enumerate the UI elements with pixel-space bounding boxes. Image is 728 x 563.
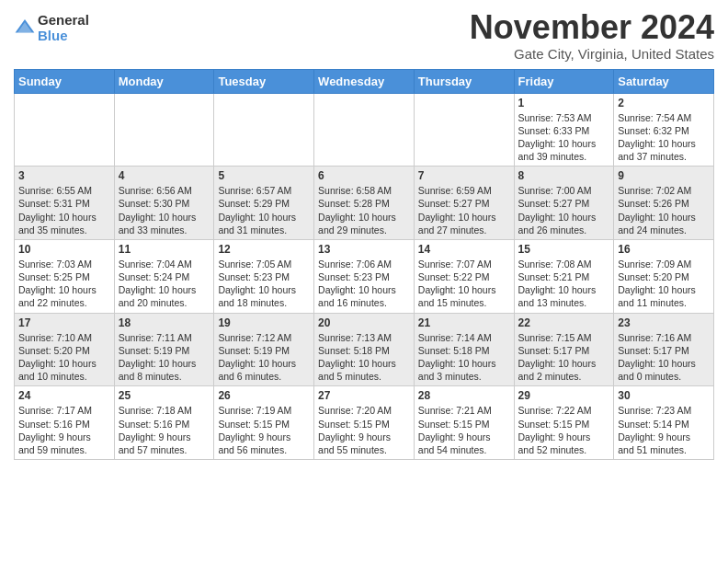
day-cell: 19Sunrise: 7:12 AM Sunset: 5:19 PM Dayli…	[214, 313, 314, 386]
day-cell: 11Sunrise: 7:04 AM Sunset: 5:24 PM Dayli…	[114, 239, 214, 313]
day-info: Sunrise: 7:12 AM Sunset: 5:19 PM Dayligh…	[218, 331, 310, 384]
day-number: 7	[418, 169, 510, 182]
day-cell: 5Sunrise: 6:57 AM Sunset: 5:29 PM Daylig…	[214, 167, 314, 240]
day-number: 22	[518, 316, 610, 329]
day-info: Sunrise: 6:56 AM Sunset: 5:30 PM Dayligh…	[119, 184, 210, 236]
location: Gate City, Virginia, United States	[470, 46, 714, 62]
week-row-2: 3Sunrise: 6:55 AM Sunset: 5:31 PM Daylig…	[15, 167, 714, 240]
week-row-4: 17Sunrise: 7:10 AM Sunset: 5:20 PM Dayli…	[15, 313, 714, 386]
day-info: Sunrise: 7:19 AM Sunset: 5:15 PM Dayligh…	[218, 404, 310, 456]
weekday-header-thursday: Thursday	[414, 69, 514, 93]
day-info: Sunrise: 7:10 AM Sunset: 5:20 PM Dayligh…	[18, 331, 110, 384]
day-cell	[314, 93, 415, 167]
day-info: Sunrise: 7:54 AM Sunset: 6:32 PM Dayligh…	[618, 111, 710, 164]
day-number: 23	[618, 316, 710, 329]
day-cell: 18Sunrise: 7:11 AM Sunset: 5:19 PM Dayli…	[114, 313, 214, 386]
day-number: 8	[518, 169, 610, 182]
day-number: 29	[518, 389, 610, 402]
week-row-3: 10Sunrise: 7:03 AM Sunset: 5:25 PM Dayli…	[15, 239, 714, 313]
day-info: Sunrise: 6:55 AM Sunset: 5:31 PM Dayligh…	[18, 184, 110, 236]
day-info: Sunrise: 7:03 AM Sunset: 5:25 PM Dayligh…	[18, 258, 110, 310]
day-info: Sunrise: 7:05 AM Sunset: 5:23 PM Dayligh…	[218, 258, 310, 310]
day-info: Sunrise: 7:04 AM Sunset: 5:24 PM Dayligh…	[119, 258, 210, 310]
day-cell: 24Sunrise: 7:17 AM Sunset: 5:16 PM Dayli…	[15, 386, 115, 460]
day-cell	[214, 93, 314, 167]
day-cell: 27Sunrise: 7:20 AM Sunset: 5:15 PM Dayli…	[314, 386, 415, 460]
title-area: November 2024 Gate City, Virginia, Unite…	[470, 9, 714, 62]
day-info: Sunrise: 7:53 AM Sunset: 6:33 PM Dayligh…	[518, 111, 610, 164]
day-cell: 4Sunrise: 6:56 AM Sunset: 5:30 PM Daylig…	[114, 167, 214, 240]
weekday-header-friday: Friday	[514, 69, 614, 93]
weekday-header-row: SundayMondayTuesdayWednesdayThursdayFrid…	[15, 69, 714, 93]
day-info: Sunrise: 7:00 AM Sunset: 5:27 PM Dayligh…	[518, 184, 610, 236]
day-info: Sunrise: 7:18 AM Sunset: 5:16 PM Dayligh…	[119, 404, 210, 456]
day-cell: 15Sunrise: 7:08 AM Sunset: 5:21 PM Dayli…	[514, 239, 614, 313]
day-number: 15	[518, 243, 610, 256]
day-info: Sunrise: 7:09 AM Sunset: 5:20 PM Dayligh…	[618, 258, 710, 310]
day-number: 24	[18, 389, 110, 402]
weekday-header-saturday: Saturday	[614, 69, 714, 93]
day-number: 12	[218, 243, 310, 256]
header: General Blue November 2024 Gate City, Vi…	[14, 9, 714, 62]
day-number: 4	[119, 169, 210, 182]
day-number: 21	[418, 316, 510, 329]
week-row-5: 24Sunrise: 7:17 AM Sunset: 5:16 PM Dayli…	[15, 386, 714, 460]
day-info: Sunrise: 6:59 AM Sunset: 5:27 PM Dayligh…	[418, 184, 510, 236]
day-cell: 30Sunrise: 7:23 AM Sunset: 5:14 PM Dayli…	[614, 386, 714, 460]
day-cell: 20Sunrise: 7:13 AM Sunset: 5:18 PM Dayli…	[314, 313, 415, 386]
day-number: 9	[618, 169, 710, 182]
day-cell: 29Sunrise: 7:22 AM Sunset: 5:15 PM Dayli…	[514, 386, 614, 460]
day-number: 25	[119, 389, 210, 402]
day-info: Sunrise: 6:57 AM Sunset: 5:29 PM Dayligh…	[218, 184, 310, 236]
logo-text-line1: General	[38, 13, 89, 29]
weekday-header-wednesday: Wednesday	[314, 69, 415, 93]
day-info: Sunrise: 7:13 AM Sunset: 5:18 PM Dayligh…	[318, 331, 410, 384]
page-container: General Blue November 2024 Gate City, Vi…	[0, 0, 728, 465]
day-cell: 17Sunrise: 7:10 AM Sunset: 5:20 PM Dayli…	[15, 313, 115, 386]
day-number: 30	[618, 389, 710, 402]
day-cell: 23Sunrise: 7:16 AM Sunset: 5:17 PM Dayli…	[614, 313, 714, 386]
day-info: Sunrise: 7:23 AM Sunset: 5:14 PM Dayligh…	[618, 404, 710, 456]
day-number: 17	[18, 316, 110, 329]
month-title: November 2024	[470, 9, 714, 46]
day-info: Sunrise: 7:20 AM Sunset: 5:15 PM Dayligh…	[318, 404, 410, 456]
day-info: Sunrise: 7:17 AM Sunset: 5:16 PM Dayligh…	[18, 404, 110, 456]
day-number: 18	[119, 316, 210, 329]
day-cell: 13Sunrise: 7:06 AM Sunset: 5:23 PM Dayli…	[314, 239, 415, 313]
day-cell: 1Sunrise: 7:53 AM Sunset: 6:33 PM Daylig…	[514, 93, 614, 167]
weekday-header-tuesday: Tuesday	[214, 69, 314, 93]
day-number: 14	[418, 243, 510, 256]
day-cell: 16Sunrise: 7:09 AM Sunset: 5:20 PM Dayli…	[614, 239, 714, 313]
day-cell: 25Sunrise: 7:18 AM Sunset: 5:16 PM Dayli…	[114, 386, 214, 460]
day-info: Sunrise: 7:16 AM Sunset: 5:17 PM Dayligh…	[618, 331, 710, 384]
day-info: Sunrise: 7:15 AM Sunset: 5:17 PM Dayligh…	[518, 331, 610, 384]
day-cell: 26Sunrise: 7:19 AM Sunset: 5:15 PM Dayli…	[214, 386, 314, 460]
day-cell: 12Sunrise: 7:05 AM Sunset: 5:23 PM Dayli…	[214, 239, 314, 313]
day-cell: 28Sunrise: 7:21 AM Sunset: 5:15 PM Dayli…	[414, 386, 514, 460]
day-cell: 14Sunrise: 7:07 AM Sunset: 5:22 PM Dayli…	[414, 239, 514, 313]
day-number: 27	[318, 389, 410, 402]
day-number: 5	[218, 169, 310, 182]
day-number: 11	[119, 243, 210, 256]
day-cell: 9Sunrise: 7:02 AM Sunset: 5:26 PM Daylig…	[614, 167, 714, 240]
day-info: Sunrise: 7:07 AM Sunset: 5:22 PM Dayligh…	[418, 258, 510, 310]
day-number: 1	[518, 97, 610, 109]
week-row-1: 1Sunrise: 7:53 AM Sunset: 6:33 PM Daylig…	[15, 93, 714, 167]
day-number: 10	[18, 243, 110, 256]
day-info: Sunrise: 7:02 AM Sunset: 5:26 PM Dayligh…	[618, 184, 710, 236]
day-cell: 10Sunrise: 7:03 AM Sunset: 5:25 PM Dayli…	[15, 239, 115, 313]
day-cell	[15, 93, 115, 167]
day-cell: 22Sunrise: 7:15 AM Sunset: 5:17 PM Dayli…	[514, 313, 614, 386]
calendar-body: 1Sunrise: 7:53 AM Sunset: 6:33 PM Daylig…	[15, 93, 714, 459]
day-info: Sunrise: 7:08 AM Sunset: 5:21 PM Dayligh…	[518, 258, 610, 310]
day-number: 2	[618, 97, 710, 109]
day-number: 26	[218, 389, 310, 402]
day-cell	[414, 93, 514, 167]
day-cell: 6Sunrise: 6:58 AM Sunset: 5:28 PM Daylig…	[314, 167, 415, 240]
logo-icon	[14, 17, 36, 36]
day-info: Sunrise: 7:11 AM Sunset: 5:19 PM Dayligh…	[119, 331, 210, 384]
day-number: 20	[318, 316, 410, 329]
day-cell: 8Sunrise: 7:00 AM Sunset: 5:27 PM Daylig…	[514, 167, 614, 240]
logo: General Blue	[14, 13, 89, 43]
logo-text-line2: Blue	[38, 29, 89, 44]
